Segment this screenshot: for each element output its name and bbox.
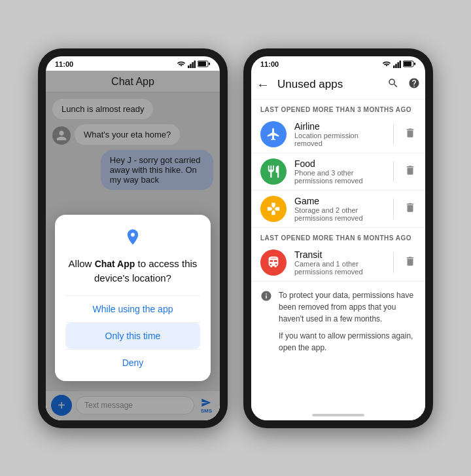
bus-icon [266, 255, 281, 270]
deny-button[interactable]: Deny [65, 350, 200, 376]
transit-app-info: Transit Camera and 1 other permissions r… [294, 249, 383, 276]
right-wifi-icon [382, 61, 391, 67]
unused-apps-header: ← Unused apps [251, 71, 425, 100]
food-app-info: Food Phone and 3 other permissions remov… [294, 158, 383, 185]
left-phone: 11:00 [38, 48, 228, 428]
info-box: To protect your data, permissions have b… [251, 282, 425, 361]
svg-rect-5 [198, 62, 206, 66]
chat-screen: Chat App Lunch is almost ready What's [46, 71, 220, 420]
left-time: 11:00 [55, 60, 73, 68]
svg-rect-12 [404, 62, 411, 66]
help-icon [408, 77, 420, 89]
location-pin-icon [65, 228, 200, 250]
right-battery-icon [403, 60, 416, 67]
permission-dialog: Allow Chat App to access this device's l… [55, 215, 211, 381]
right-phone-screen: 11:00 [251, 56, 425, 420]
game-app-name: Game [294, 196, 383, 206]
unused-apps-screen: ← Unused apps [251, 71, 425, 420]
airline-app-permission: Location permission removed [294, 132, 383, 147]
only-this-time-button[interactable]: Only this time [65, 323, 200, 349]
svg-rect-7 [393, 65, 395, 68]
food-app-name: Food [294, 158, 383, 169]
svg-rect-10 [400, 60, 402, 68]
dialog-title: Allow Chat App to access this device's l… [65, 257, 200, 285]
delete-icon [404, 255, 416, 267]
game-app-permission: Storage and 2 other permissions removed [294, 206, 383, 222]
back-button[interactable]: ← [254, 76, 272, 94]
left-phone-screen: 11:00 [46, 56, 220, 420]
right-status-bar: 11:00 [251, 56, 425, 71]
unused-apps-title: Unused apps [277, 78, 382, 91]
svg-rect-9 [397, 62, 399, 68]
svg-rect-13 [414, 63, 415, 65]
food-app-permission: Phone and 3 other permissions removed [294, 169, 383, 185]
transit-app-name: Transit [294, 249, 383, 260]
food-delete-button[interactable] [404, 164, 416, 179]
divider [393, 198, 394, 219]
section-1-label: LAST OPENED MORE THAN 3 MONTHS AGO [251, 100, 425, 116]
airline-app-info: Airline Location permission removed [294, 121, 383, 147]
game-icon [266, 202, 281, 216]
game-app-icon [260, 196, 287, 222]
svg-rect-2 [192, 62, 194, 68]
svg-rect-1 [190, 64, 192, 68]
right-time: 11:00 [260, 60, 279, 68]
app-row-transit: Transit Camera and 1 other permissions r… [251, 244, 425, 282]
divider [393, 161, 394, 182]
header-action-icons [387, 77, 420, 92]
right-phone-shell: 11:00 [243, 48, 433, 428]
right-status-icons [382, 60, 416, 68]
airline-delete-button[interactable] [404, 127, 416, 141]
wifi-icon [177, 61, 186, 67]
info-text-1: To protect your data, permissions have b… [279, 289, 416, 325]
left-phone-shell: 11:00 [38, 48, 228, 428]
battery-icon [198, 60, 211, 67]
info-text-2: If you want to allow permissions again, … [279, 330, 416, 354]
info-text-block: To protect your data, permissions have b… [279, 289, 416, 354]
transit-app-icon [260, 249, 287, 276]
svg-rect-3 [194, 60, 196, 68]
search-icon [387, 77, 399, 89]
divider [393, 252, 394, 273]
food-app-icon [260, 158, 287, 185]
home-indicator [312, 414, 364, 416]
search-button[interactable] [387, 77, 399, 92]
app-row-airline: Airline Location permission removed [251, 116, 425, 153]
airline-app-icon [260, 121, 287, 147]
transit-delete-button[interactable] [404, 255, 416, 270]
transit-app-permission: Camera and 1 other permissions removed [294, 260, 383, 276]
delete-icon [404, 127, 416, 139]
delete-icon [404, 164, 416, 176]
help-button[interactable] [408, 77, 420, 92]
right-signal-icon [393, 60, 401, 68]
info-icon-svg [260, 290, 272, 302]
while-using-button[interactable]: While using the app [65, 296, 200, 322]
app-row-food: Food Phone and 3 other permissions remov… [251, 153, 425, 191]
plane-icon [266, 127, 281, 141]
svg-rect-0 [188, 65, 190, 68]
fork-icon [266, 164, 281, 179]
svg-rect-8 [395, 64, 397, 68]
left-status-icons [177, 60, 211, 68]
section-2-label: LAST OPENED MORE THAN 6 MONTHS AGO [251, 228, 425, 244]
right-phone: 11:00 [243, 48, 433, 428]
game-app-info: Game Storage and 2 other permissions rem… [294, 196, 383, 222]
signal-icon [188, 60, 196, 68]
left-status-bar: 11:00 [46, 56, 220, 71]
location-icon-svg [124, 228, 142, 246]
airline-app-name: Airline [294, 121, 383, 132]
delete-icon [404, 202, 416, 213]
game-delete-button[interactable] [404, 202, 416, 216]
divider [393, 124, 394, 145]
info-circle-icon [260, 290, 272, 304]
app-row-game: Game Storage and 2 other permissions rem… [251, 191, 425, 228]
svg-rect-6 [209, 63, 210, 65]
